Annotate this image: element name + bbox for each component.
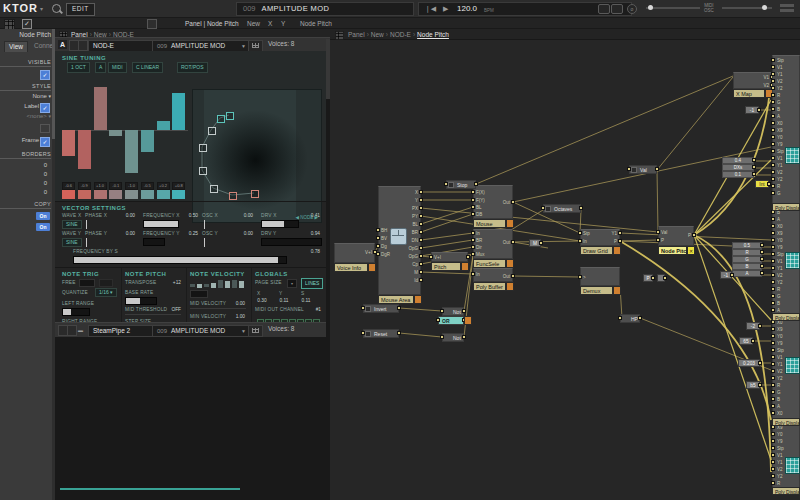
stack-2-out-B-port[interactable] bbox=[760, 264, 764, 268]
font-dropdown[interactable]: <none> ▾ bbox=[0, 113, 51, 122]
strip-port[interactable] bbox=[771, 348, 775, 352]
copy-on-button-1[interactable]: On bbox=[36, 212, 50, 220]
freq-value-x[interactable]: 0.50 bbox=[180, 213, 198, 218]
min-velocity-value[interactable]: 1.00 bbox=[225, 314, 245, 319]
wave-value-y[interactable]: SINE bbox=[62, 238, 82, 247]
module-stack-2-row-0.5[interactable]: 0.5 bbox=[732, 242, 762, 249]
transpose-value[interactable]: +12 bbox=[163, 280, 181, 285]
func-selector-out-Out-port[interactable] bbox=[511, 240, 515, 244]
snapshot-grid-button[interactable] bbox=[248, 40, 263, 52]
strip-port[interactable] bbox=[771, 135, 775, 139]
mid-threshold-value[interactable]: OFF bbox=[163, 307, 181, 312]
strip-port[interactable] bbox=[771, 294, 775, 298]
module-not-2[interactable]: Not bbox=[442, 333, 464, 342]
velocity-step-3[interactable] bbox=[204, 284, 209, 287]
strip-port[interactable] bbox=[771, 128, 775, 132]
strip-port[interactable] bbox=[771, 252, 775, 256]
module-voice-info-label[interactable]: Voice Info bbox=[334, 263, 368, 272]
strip-port[interactable] bbox=[771, 238, 775, 242]
module-demux[interactable] bbox=[580, 267, 620, 286]
module-mouse-label[interactable]: Mouse bbox=[473, 219, 506, 228]
module-mouse-area-corner-icon[interactable] bbox=[414, 295, 422, 304]
velocity-mode-box[interactable] bbox=[190, 290, 208, 298]
strip-port[interactable] bbox=[771, 287, 775, 291]
octaves-out-port[interactable] bbox=[579, 206, 583, 210]
mouse-area-in-DgR-port[interactable] bbox=[376, 252, 380, 256]
freq-value-y[interactable]: 0.25 bbox=[180, 231, 198, 236]
func-selector-in-In-port[interactable] bbox=[471, 231, 475, 235]
mouse-out-Out-port[interactable] bbox=[511, 200, 515, 204]
module-pitch-label[interactable]: Pitch bbox=[431, 262, 461, 271]
mid-velocity-value[interactable]: 0.00 bbox=[225, 301, 245, 306]
structure-graph[interactable]: Voice InfoV+IMouse AreaBHBVDgDgRXYPXPYBL… bbox=[330, 40, 800, 500]
strip-port[interactable] bbox=[771, 453, 775, 457]
strip-port[interactable] bbox=[771, 266, 775, 270]
mouse-area-in-BH-port[interactable] bbox=[376, 228, 380, 232]
demux-in->-port[interactable] bbox=[578, 275, 582, 279]
sine-swatch-5[interactable] bbox=[125, 190, 138, 199]
input-level-slider[interactable] bbox=[646, 7, 700, 9]
strip-port[interactable] bbox=[771, 446, 775, 450]
invert-in-port[interactable] bbox=[361, 306, 365, 310]
or-gate-in-port[interactable] bbox=[436, 318, 440, 322]
selection-path[interactable]: Panel | Node Pitch bbox=[185, 20, 239, 27]
strip-port[interactable] bbox=[771, 121, 775, 125]
xy-node-5[interactable] bbox=[199, 167, 207, 175]
strip-port[interactable] bbox=[771, 474, 775, 478]
p-box-2-out-port[interactable] bbox=[663, 276, 667, 280]
history-item-node-pitch[interactable]: Node Pitch bbox=[300, 20, 332, 27]
tempo-value[interactable]: 120.0 bbox=[457, 3, 477, 15]
const-65-out-port[interactable] bbox=[751, 339, 755, 343]
p-box-out-port[interactable] bbox=[651, 276, 655, 280]
sine-button-midi[interactable]: MIDI bbox=[108, 62, 127, 73]
const-neg1b-out-port[interactable] bbox=[730, 273, 734, 277]
func-selector-in-BR-port[interactable] bbox=[471, 238, 475, 242]
module-stack-1-row-0.1[interactable]: 0.1 bbox=[722, 171, 754, 178]
const-b5-out-port[interactable] bbox=[758, 383, 762, 387]
draw-grid-in-In-port[interactable] bbox=[578, 239, 582, 243]
instrument-2-name[interactable]: SteamPipe 2 bbox=[88, 325, 154, 337]
sine-swatch-3[interactable] bbox=[94, 190, 107, 199]
sine-swatch-7[interactable] bbox=[157, 190, 170, 199]
pitch-in-V+I-port[interactable] bbox=[429, 255, 433, 259]
mouse-area-out-BR-port[interactable] bbox=[419, 230, 423, 234]
global-stat-value-Y[interactable]: 0.11 bbox=[275, 298, 293, 303]
phase-value-x[interactable]: 0.00 bbox=[117, 213, 135, 218]
label-checkbox[interactable]: ✓ bbox=[40, 103, 50, 113]
module-invert[interactable]: Invert bbox=[363, 304, 399, 313]
sine-bar-1[interactable] bbox=[62, 130, 75, 156]
draw-grid-out-P-port[interactable] bbox=[618, 239, 622, 243]
xy-node-6[interactable] bbox=[210, 185, 218, 193]
ensemble-title-box[interactable]: 009AMPLITUDE MOD bbox=[236, 2, 414, 16]
strip-port[interactable] bbox=[771, 156, 775, 160]
sine-swatch-1[interactable] bbox=[62, 190, 75, 199]
not-1-in-port[interactable] bbox=[440, 309, 444, 313]
border-bottom-value[interactable]: 0 bbox=[0, 180, 51, 189]
velocity-step-2[interactable] bbox=[197, 284, 202, 288]
velocity-step-4[interactable] bbox=[211, 283, 216, 288]
stack-2-out-G-port[interactable] bbox=[760, 257, 764, 261]
phase-slider-y[interactable] bbox=[86, 238, 87, 247]
strip-port[interactable] bbox=[771, 432, 775, 436]
snapshot-combo[interactable]: 009AMPLITUDE MOD ▼ bbox=[152, 40, 250, 52]
strip-port[interactable] bbox=[771, 142, 775, 146]
module-voice-info-corner-icon[interactable] bbox=[368, 263, 376, 272]
stack-2-out-A-port[interactable] bbox=[760, 271, 764, 275]
m-box-out-port[interactable] bbox=[539, 241, 543, 245]
mouse-area-out-OpG-port[interactable] bbox=[419, 246, 423, 250]
module-pitch-corner-icon[interactable] bbox=[461, 262, 469, 271]
not-2-out-port[interactable] bbox=[462, 335, 466, 339]
mouse-in-F(X)-port[interactable] bbox=[471, 190, 475, 194]
pitch-out-p-port[interactable] bbox=[466, 255, 470, 259]
const-neg2-out-port[interactable] bbox=[758, 324, 762, 328]
free-box-2[interactable] bbox=[99, 279, 113, 287]
invert-out-port[interactable] bbox=[397, 306, 401, 310]
poly-display-label-1[interactable]: Poly Display bbox=[772, 203, 800, 211]
hp-out-port[interactable] bbox=[638, 316, 642, 320]
mouse-area-out-Cp-port[interactable] bbox=[419, 262, 423, 266]
velocity-step-8[interactable] bbox=[239, 281, 244, 288]
tab-view[interactable]: View bbox=[4, 41, 28, 52]
strip-port[interactable] bbox=[771, 191, 775, 195]
snapshot-caret-icon[interactable]: ▼ bbox=[241, 41, 246, 51]
module-node-pitch-label[interactable]: Node Pitch bbox=[658, 246, 687, 255]
